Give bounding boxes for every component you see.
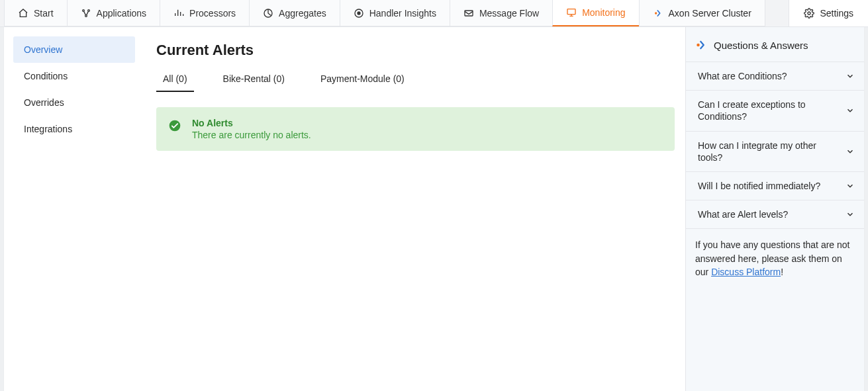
svg-point-11 (697, 44, 700, 47)
qa-item-alert-levels[interactable]: What are Alert levels? (686, 200, 864, 229)
no-alerts-banner: No Alerts There are currently no alerts. (156, 107, 675, 151)
chevron-down-icon (845, 71, 855, 81)
top-nav-right: Settings (789, 0, 868, 26)
nav-label: Monitoring (582, 7, 625, 18)
qa-item-label: What are Alert levels? (698, 208, 788, 220)
top-nav-left: Start Applications Processors Aggregates (0, 0, 789, 26)
svg-point-8 (655, 12, 657, 14)
sidebar-item-label: Conditions (24, 71, 68, 81)
nav-label: Message Flow (479, 8, 539, 19)
qa-panel: Questions & Answers What are Conditions?… (685, 27, 864, 391)
alert-title: No Alerts (192, 118, 311, 128)
qa-list: What are Conditions? Can I create except… (686, 62, 864, 229)
qa-item-label: What are Conditions? (698, 70, 787, 82)
svg-point-9 (808, 12, 810, 15)
tab-all[interactable]: All (0) (156, 68, 194, 92)
nav-applications[interactable]: Applications (67, 0, 161, 26)
check-circle-icon (168, 119, 181, 132)
qa-title: Questions & Answers (714, 40, 808, 51)
nav-processors[interactable]: Processors (160, 0, 250, 26)
svg-point-5 (358, 12, 360, 15)
sidebar-item-label: Overrides (24, 97, 64, 108)
gear-icon (804, 8, 814, 19)
nav-handler-insights[interactable]: Handler Insights (340, 0, 450, 26)
sidebar-item-overrides[interactable]: Overrides (13, 89, 135, 116)
tab-label: All (0) (163, 73, 187, 84)
settings-label: Settings (820, 8, 853, 19)
discuss-platform-link[interactable]: Discuss Platform (711, 267, 781, 277)
svg-rect-6 (465, 11, 473, 16)
nav-label: Axon Server Cluster (669, 8, 751, 19)
qa-item-label: Will I be notified immediately? (698, 180, 820, 192)
svg-point-0 (82, 9, 84, 11)
alert-tabs: All (0) Bike-Rental (0) Payment-Module (… (156, 68, 675, 93)
nav-aggregates[interactable]: Aggregates (249, 0, 340, 26)
aggregates-icon (263, 8, 273, 19)
qa-header: Questions & Answers (686, 39, 864, 62)
qa-item-integrate-tools[interactable]: How can I integrate my other tools? (686, 132, 864, 172)
svg-rect-7 (567, 9, 575, 15)
nav-label: Start (34, 8, 54, 19)
nav-monitoring[interactable]: Monitoring (552, 0, 639, 26)
svg-point-2 (85, 15, 87, 17)
nav-label: Applications (97, 8, 147, 19)
tab-label: Payment-Module (0) (320, 73, 405, 84)
sidebar-item-overview[interactable]: Overview (13, 36, 135, 63)
axon-icon (653, 8, 663, 19)
qa-item-label: How can I integrate my other tools? (698, 140, 840, 163)
sidebar-item-conditions[interactable]: Conditions (13, 63, 135, 89)
mail-icon (463, 8, 474, 19)
page-title: Current Alerts (156, 42, 675, 59)
chevron-down-icon (845, 210, 855, 219)
qa-item-label: Can I create exceptions to Conditions? (698, 99, 840, 122)
tab-payment-module[interactable]: Payment-Module (0) (314, 68, 411, 92)
tab-label: Bike-Rental (0) (223, 73, 285, 84)
chevron-down-icon (845, 147, 855, 156)
nav-axon-cluster[interactable]: Axon Server Cluster (639, 0, 765, 26)
qa-footer: If you have any questions that are not a… (686, 229, 864, 279)
nav-label: Handler Insights (369, 8, 436, 19)
sidebar: Overview Conditions Overrides Integratio… (4, 27, 144, 391)
sidebar-item-integrations[interactable]: Integrations (13, 116, 135, 142)
alert-subtitle: There are currently no alerts. (192, 130, 311, 140)
nav-message-flow[interactable]: Message Flow (450, 0, 553, 26)
body-area: Overview Conditions Overrides Integratio… (4, 27, 864, 391)
axon-icon (695, 39, 707, 51)
insights-icon (354, 8, 364, 19)
tab-bike-rental[interactable]: Bike-Rental (0) (217, 68, 291, 92)
nav-label: Aggregates (279, 8, 326, 19)
sidebar-item-label: Overview (24, 44, 62, 55)
processors-icon (173, 8, 184, 19)
qa-footer-text-post: ! (781, 267, 783, 277)
monitor-icon (566, 7, 577, 18)
chevron-down-icon (845, 106, 855, 115)
nav-settings[interactable]: Settings (789, 0, 868, 26)
nav-start[interactable]: Start (4, 0, 68, 26)
qa-item-notified-immediately[interactable]: Will I be notified immediately? (686, 172, 864, 200)
main-content: Current Alerts All (0) Bike-Rental (0) P… (144, 27, 685, 391)
alert-text: No Alerts There are currently no alerts. (192, 118, 311, 140)
qa-item-conditions[interactable]: What are Conditions? (686, 62, 864, 91)
home-icon (18, 8, 28, 19)
top-nav: Start Applications Processors Aggregates (0, 0, 868, 27)
apps-icon (81, 8, 91, 19)
qa-item-exceptions[interactable]: Can I create exceptions to Conditions? (686, 91, 864, 131)
sidebar-item-label: Integrations (24, 124, 72, 134)
chevron-down-icon (845, 181, 855, 191)
nav-label: Processors (189, 8, 236, 19)
svg-point-1 (87, 9, 89, 11)
